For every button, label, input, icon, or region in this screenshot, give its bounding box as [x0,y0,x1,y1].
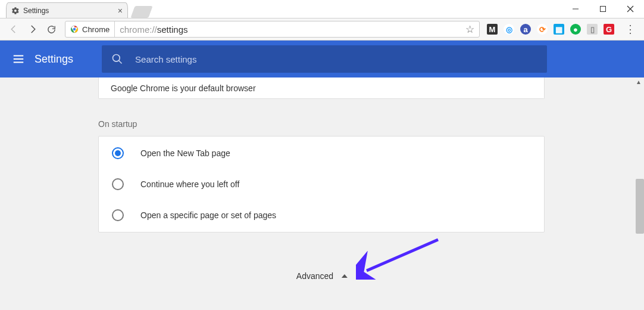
startup-option-new-tab[interactable]: Open the New Tab page [99,138,544,169]
settings-header: Settings [0,41,644,78]
site-chip-label: Chrome [82,25,110,34]
on-startup-card: Open the New Tab page Continue where you… [98,136,545,232]
extension-icon[interactable]: ◎ [504,24,514,35]
gear-icon [11,7,20,15]
toolbar: Chrome chrome://settings ☆ M◎a⟳▦●▯G ⋮ [0,18,644,41]
default-browser-text: Google Chrome is your default browser [111,83,256,93]
svg-rect-1 [601,7,606,12]
radio-icon[interactable] [112,178,124,190]
chrome-menu-button[interactable]: ⋮ [621,23,639,36]
startup-option-continue[interactable]: Continue where you left off [99,169,544,200]
extension-icon[interactable]: a [520,24,531,35]
window-close-button[interactable] [617,0,644,18]
site-chip[interactable]: Chrome [65,21,115,37]
extension-icon[interactable]: ● [570,24,581,35]
extension-icon[interactable]: M [487,24,498,35]
svg-line-8 [367,240,438,271]
annotation-arrow [356,235,445,280]
back-button[interactable] [8,24,19,35]
caret-up-icon [342,274,348,278]
extension-icons: M◎a⟳▦●▯G [484,24,617,35]
radio-label: Continue where you left off [140,179,239,189]
reload-button[interactable] [46,24,57,35]
close-icon[interactable]: × [118,6,123,16]
address-bar[interactable]: Chrome chrome://settings ☆ [65,21,480,38]
radio-icon[interactable] [112,147,124,159]
svg-point-5 [73,28,76,31]
search-icon [111,53,123,65]
startup-option-specific-pages[interactable]: Open a specific page or set of pages [99,200,544,231]
on-startup-label: On startup [98,119,137,129]
tab-strip: Settings × [0,0,644,18]
bookmark-star-icon[interactable]: ☆ [461,23,479,36]
page-title: Settings [35,53,73,66]
radio-label: Open a specific page or set of pages [140,210,276,220]
hamburger-icon[interactable] [12,52,25,66]
url-text: chrome://settings [115,24,461,35]
svg-line-7 [119,61,122,64]
advanced-label: Advanced [296,271,333,281]
scrollbar-thumb[interactable] [636,179,644,234]
tab-settings[interactable]: Settings × [6,2,128,18]
scroll-up-icon[interactable]: ▲ [636,79,643,85]
extension-icon[interactable]: ⟳ [537,24,548,35]
extension-icon[interactable]: ▯ [587,24,598,35]
forward-button[interactable] [27,24,38,35]
tab-title: Settings [23,7,49,15]
advanced-toggle[interactable]: Advanced [296,271,348,281]
svg-point-6 [113,55,120,62]
window-minimize-button[interactable] [562,0,589,18]
window-controls [562,0,644,18]
default-browser-card: Google Chrome is your default browser [98,78,545,99]
new-tab-button[interactable] [130,6,152,18]
radio-icon[interactable] [112,209,124,221]
chrome-icon [70,25,79,33]
window-maximize-button[interactable] [589,0,617,18]
search-input[interactable] [135,54,537,64]
extension-icon[interactable]: ▦ [554,24,564,35]
nav-buttons [5,24,60,35]
radio-label: Open the New Tab page [140,148,230,158]
search-settings-field[interactable] [102,45,547,73]
extension-icon[interactable]: G [604,24,614,35]
content-area: ▲ Google Chrome is your default browser … [0,78,644,310]
